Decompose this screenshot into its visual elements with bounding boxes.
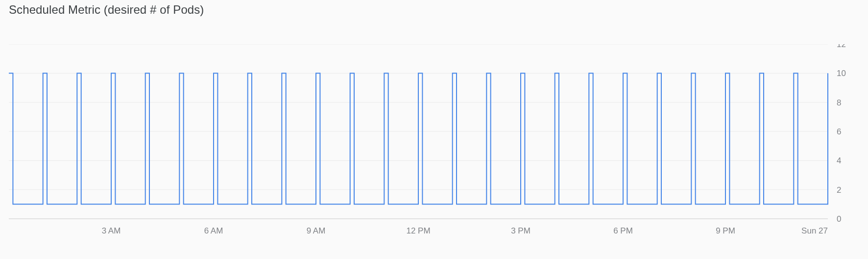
svg-text:2: 2 xyxy=(837,185,841,195)
svg-text:10: 10 xyxy=(837,69,846,78)
chart-title: Scheduled Metric (desired # of Pods) xyxy=(9,3,856,17)
svg-text:12 PM: 12 PM xyxy=(406,226,430,235)
series-desired-pods xyxy=(9,73,828,204)
svg-text:3 PM: 3 PM xyxy=(511,226,530,235)
metric-chart-panel: Scheduled Metric (desired # of Pods) 024… xyxy=(0,0,868,259)
svg-text:9 AM: 9 AM xyxy=(307,226,326,235)
chart-plot-area[interactable]: 0246810123 AM6 AM9 AM12 PM3 PM6 PM9 PMSu… xyxy=(9,44,856,250)
svg-text:4: 4 xyxy=(837,156,841,165)
chart-svg: 0246810123 AM6 AM9 AM12 PM3 PM6 PM9 PMSu… xyxy=(9,44,856,250)
svg-text:9 PM: 9 PM xyxy=(716,226,735,235)
svg-text:8: 8 xyxy=(837,98,841,107)
x-axis-ticks: 3 AM6 AM9 AM12 PM3 PM6 PM9 PMSun 27 xyxy=(102,226,828,235)
svg-text:Sun 27: Sun 27 xyxy=(801,226,828,235)
svg-text:12: 12 xyxy=(837,44,846,49)
svg-text:0: 0 xyxy=(837,214,841,224)
svg-text:6 AM: 6 AM xyxy=(204,226,223,235)
svg-text:6 PM: 6 PM xyxy=(613,226,633,235)
y-axis-ticks: 024681012 xyxy=(837,44,846,224)
svg-text:3 AM: 3 AM xyxy=(102,226,121,235)
svg-text:6: 6 xyxy=(837,127,841,136)
